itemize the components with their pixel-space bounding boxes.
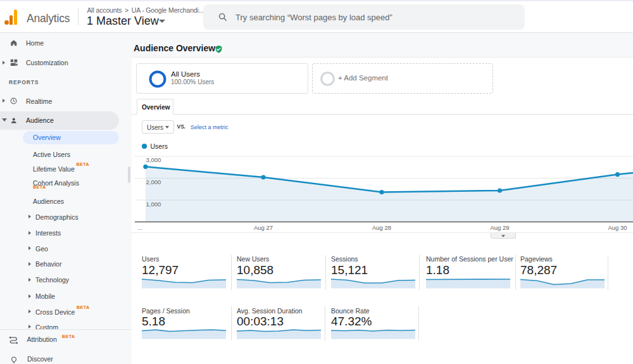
svg-text:Aug 28: Aug 28 <box>372 224 391 231</box>
svg-text:2,000: 2,000 <box>146 179 161 185</box>
svg-text:3,000: 3,000 <box>146 156 161 163</box>
svg-text:Aug 27: Aug 27 <box>254 224 273 231</box>
svg-text:1,000: 1,000 <box>146 201 161 208</box>
svg-text:Aug 30: Aug 30 <box>608 224 627 231</box>
svg-text:Aug 29: Aug 29 <box>490 224 509 231</box>
svg-text:...: ... <box>137 224 142 231</box>
